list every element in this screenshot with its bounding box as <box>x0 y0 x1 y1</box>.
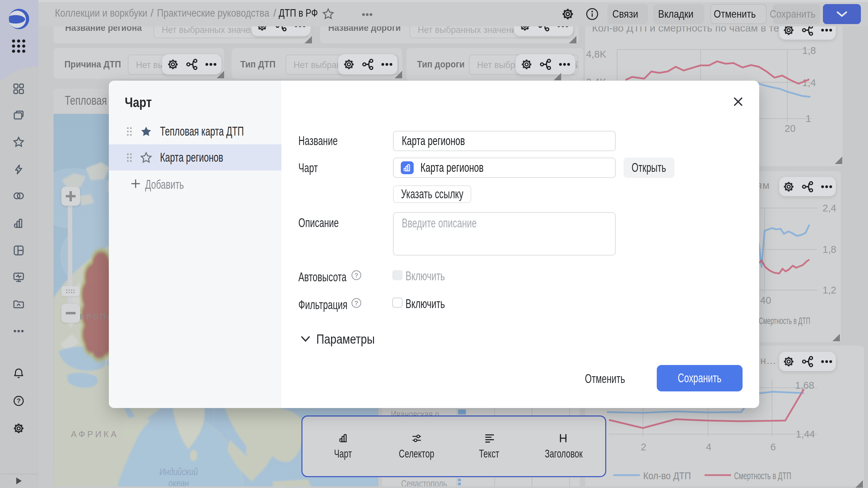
svg-text:1: 1 <box>806 113 811 124</box>
svg-text:Кол-во ДТП: Кол-во ДТП <box>643 470 691 481</box>
svg-text:6: 6 <box>770 442 776 452</box>
svg-text:2: 2 <box>641 442 646 452</box>
svg-text:?: ? <box>354 300 358 307</box>
svg-text:4: 4 <box>706 442 711 452</box>
svg-text:Смертность в ДТП: Смертность в ДТП <box>734 470 791 481</box>
svg-text:40: 40 <box>760 295 771 306</box>
svg-text:Смертность в ДТП: Смертность в ДТП <box>759 316 810 326</box>
svg-text:1,68: 1,68 <box>795 380 814 391</box>
svg-text:1,8: 1,8 <box>823 244 836 255</box>
svg-text:20: 20 <box>785 123 795 134</box>
svg-text:2,4: 2,4 <box>823 203 836 214</box>
svg-text:?: ? <box>17 397 21 404</box>
svg-text:?: ? <box>354 272 358 279</box>
svg-text:1,2: 1,2 <box>823 285 836 296</box>
svg-text:1,8: 1,8 <box>802 45 816 56</box>
svg-text:Индийский: Индийский <box>159 466 198 477</box>
svg-text:1,44: 1,44 <box>796 429 815 440</box>
svg-text:АФРИКА: АФРИКА <box>71 429 119 439</box>
svg-text:4,8K: 4,8K <box>586 49 606 60</box>
